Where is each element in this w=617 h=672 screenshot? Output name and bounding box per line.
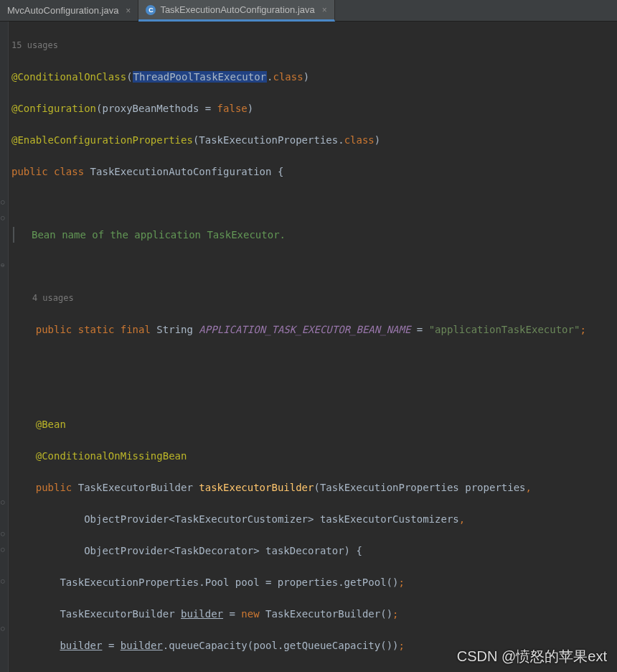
close-icon[interactable]: ×	[322, 5, 327, 15]
gutter-override-icon[interactable]: ○	[1, 577, 8, 584]
code-area[interactable]: 15 usages @ConditionalOnClass(ThreadPool…	[9, 22, 617, 672]
close-icon[interactable]: ×	[126, 6, 131, 16]
tab-label: MvcAutoConfiguration.java	[7, 5, 118, 16]
editor-tabbar: MvcAutoConfiguration.java × C TaskExecut…	[0, 0, 617, 22]
gutter-override-icon[interactable]: ○	[1, 214, 8, 221]
gutter-override-icon[interactable]: ○	[1, 530, 8, 537]
usages-hint[interactable]: 15 usages	[11, 37, 614, 53]
gutter-override-icon[interactable]: ○	[1, 498, 8, 505]
tab-mvc-autoconfig[interactable]: MvcAutoConfiguration.java ×	[0, 0, 138, 21]
gutter-override-icon[interactable]: ○	[1, 198, 8, 205]
gutter-collapse-icon[interactable]: ⊖	[1, 261, 8, 269]
gutter-override-icon[interactable]: ○	[1, 546, 8, 553]
code-editor[interactable]: ○ ○ ⊖ ○ ○ ○ ○ ○ 15 usages @ConditionalOn…	[0, 22, 617, 672]
usages-hint[interactable]: 4 usages	[32, 293, 74, 303]
editor-gutter: ○ ○ ⊖ ○ ○ ○ ○ ○	[0, 22, 9, 672]
javadoc-line: Bean name of the application TaskExecuto…	[13, 227, 614, 243]
watermark-text: CSDN @愤怒的苹果ext	[457, 647, 607, 666]
gutter-override-icon[interactable]: ○	[1, 625, 8, 632]
tab-label: TaskExecutionAutoConfiguration.java	[160, 4, 314, 15]
java-class-icon: C	[146, 5, 156, 15]
tab-task-execution[interactable]: C TaskExecutionAutoConfiguration.java ×	[138, 0, 334, 22]
